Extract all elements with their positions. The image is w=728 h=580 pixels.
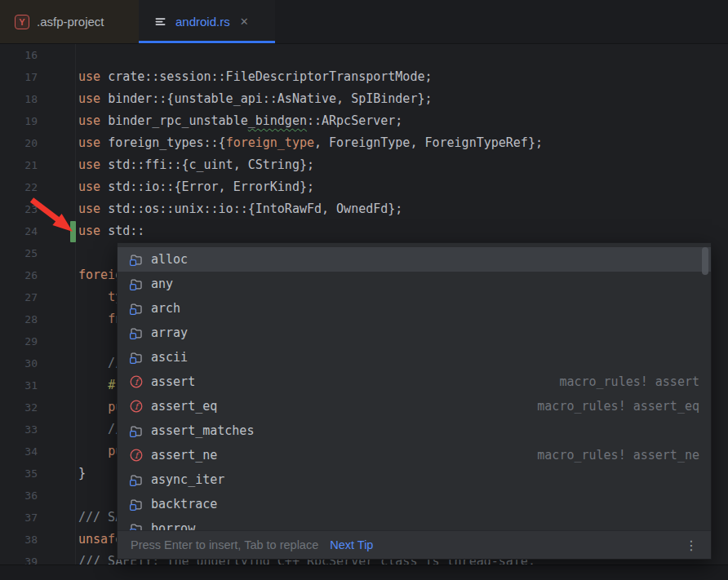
module-icon xyxy=(129,521,144,530)
next-tip-link[interactable]: Next Tip xyxy=(330,538,373,551)
line-number[interactable]: 33 xyxy=(0,418,75,441)
module-icon xyxy=(129,325,144,340)
line-number[interactable]: 27 xyxy=(0,286,75,308)
code-token: binder_rpc_unstable xyxy=(108,113,248,128)
code-token: std::ffi::{c_uint, CString}; xyxy=(108,157,314,172)
completion-item-arch[interactable]: arch xyxy=(118,296,711,321)
macro-function-icon: f xyxy=(129,374,144,389)
line-number[interactable]: 32 xyxy=(0,396,75,418)
module-icon xyxy=(129,350,144,365)
line-number[interactable]: 35 xyxy=(0,463,75,485)
code-line[interactable] xyxy=(78,44,728,66)
code-token: use xyxy=(78,69,108,84)
code-token: _bindgen xyxy=(248,113,307,128)
code-line[interactable]: use crate::session::FileDescriptorTransp… xyxy=(78,66,728,88)
module-icon xyxy=(129,497,144,511)
completion-item-async_iter[interactable]: async_iter xyxy=(118,467,711,492)
code-line[interactable]: use binder_rpc_unstable_bindgen::ARpcSer… xyxy=(78,110,728,132)
line-number[interactable]: 31 xyxy=(0,374,75,396)
code-token: use xyxy=(78,113,108,128)
macro-function-icon: f xyxy=(129,399,144,414)
completion-item-any[interactable]: any xyxy=(118,272,711,296)
code-line[interactable]: use std::io::{Error, ErrorKind}; xyxy=(78,176,728,198)
line-number[interactable]: 23 xyxy=(0,198,75,220)
completion-label: assert_matches xyxy=(151,423,254,438)
svg-text:f: f xyxy=(135,377,140,387)
line-number[interactable]: 22 xyxy=(0,176,75,198)
module-icon xyxy=(129,301,144,316)
code-line[interactable]: use std::ffi::{c_uint, CString}; xyxy=(78,154,728,176)
completion-item-assert_eq[interactable]: fassert_eqmacro_rules! assert_eq xyxy=(118,394,711,418)
ide-window: Y .asfp-project android.rs ✕ 16171819202… xyxy=(0,0,728,580)
code-token: use xyxy=(78,201,108,216)
macro-function-icon: f xyxy=(129,448,144,463)
line-number[interactable]: 34 xyxy=(0,441,75,463)
code-line[interactable]: use std:: xyxy=(78,220,728,242)
svg-text:f: f xyxy=(135,450,140,460)
code-token: ::ARpcServer; xyxy=(307,113,402,128)
code-token: crate::session::FileDescriptorTransportM… xyxy=(108,69,432,84)
code-token: , ForeignType, ForeignTypeRef}; xyxy=(314,135,543,150)
completion-label: assert xyxy=(151,374,195,389)
kebab-menu-icon[interactable]: ⋮ xyxy=(685,538,698,553)
line-number[interactable]: 36 xyxy=(0,485,75,507)
yaml-file-icon: Y xyxy=(15,15,29,29)
completion-label: arch xyxy=(151,301,180,316)
line-number[interactable]: 19 xyxy=(0,110,75,132)
popup-scrollbar[interactable] xyxy=(702,247,708,275)
code-token xyxy=(78,400,108,414)
code-token: use xyxy=(78,224,108,238)
completion-item-ascii[interactable]: ascii xyxy=(118,345,711,370)
completion-tail-text: macro_rules! assert xyxy=(559,374,699,389)
line-number[interactable]: 24 xyxy=(0,220,75,242)
code-line[interactable]: use std::os::unix::io::{IntoRawFd, Owned… xyxy=(78,198,728,220)
line-number[interactable]: 37 xyxy=(0,507,75,529)
line-number[interactable]: 18 xyxy=(0,88,75,110)
completion-item-backtrace[interactable]: backtrace xyxy=(118,492,711,516)
code-token: std::io::{Error, ErrorKind}; xyxy=(108,179,314,194)
completion-item-alloc[interactable]: alloc xyxy=(118,247,711,272)
completion-tail-text: macro_rules! assert_ne xyxy=(537,448,699,463)
vcs-change-marker[interactable] xyxy=(70,221,76,242)
tab-android-rs[interactable]: android.rs ✕ xyxy=(139,0,275,43)
line-number[interactable]: 16 xyxy=(0,44,75,66)
completion-label: array xyxy=(151,325,188,340)
completion-item-assert_matches[interactable]: assert_matches xyxy=(118,418,711,443)
code-token: use xyxy=(78,179,108,194)
code-token: foreign_types::{ xyxy=(108,135,226,150)
completion-item-array[interactable]: array xyxy=(118,321,711,345)
svg-text:f: f xyxy=(135,401,140,411)
tab-label: android.rs xyxy=(175,15,230,29)
line-number[interactable]: 21 xyxy=(0,154,75,176)
code-token: std::os::unix::io::{IntoRawFd, OwnedFd}; xyxy=(108,201,402,216)
code-token: use xyxy=(78,157,108,172)
code-token: std:: xyxy=(108,224,144,238)
line-number[interactable]: 28 xyxy=(0,308,75,330)
completion-popup: allocanyarcharrayasciifassertmacro_rules… xyxy=(117,242,712,560)
code-line[interactable]: use foreign_types::{foreign_type, Foreig… xyxy=(78,132,728,154)
code-line[interactable]: use binder::{unstable_api::AsNative, SpI… xyxy=(78,88,728,110)
completion-footer: Press Enter to insert, Tab to replace Ne… xyxy=(118,530,711,559)
close-tab-icon[interactable]: ✕ xyxy=(240,16,249,27)
completion-item-assert[interactable]: fassertmacro_rules! assert xyxy=(118,370,711,394)
code-token: } xyxy=(78,466,86,480)
line-number[interactable]: 38 xyxy=(0,529,75,551)
completion-item-borrow[interactable]: borrow xyxy=(118,516,711,530)
code-token: use xyxy=(78,91,108,106)
line-number[interactable]: 26 xyxy=(0,264,75,286)
completion-label: borrow xyxy=(151,521,195,530)
completion-label: ascii xyxy=(151,350,188,365)
line-number[interactable]: 17 xyxy=(0,66,75,88)
tab-asfp-project[interactable]: Y .asfp-project xyxy=(0,0,139,43)
line-number[interactable]: 25 xyxy=(0,242,75,264)
line-number[interactable]: 29 xyxy=(0,330,75,352)
line-number[interactable]: 30 xyxy=(0,352,75,374)
gutter[interactable]: 1617181920212223242526272829303132333435… xyxy=(0,44,76,580)
completion-label: async_iter xyxy=(151,472,224,487)
completion-item-assert_ne[interactable]: fassert_nemacro_rules! assert_ne xyxy=(118,443,711,467)
module-icon xyxy=(129,423,144,438)
completion-label: alloc xyxy=(151,252,188,267)
completion-list: allocanyarcharrayasciifassertmacro_rules… xyxy=(118,243,711,530)
tab-label: .asfp-project xyxy=(37,15,104,29)
line-number[interactable]: 20 xyxy=(0,132,75,154)
